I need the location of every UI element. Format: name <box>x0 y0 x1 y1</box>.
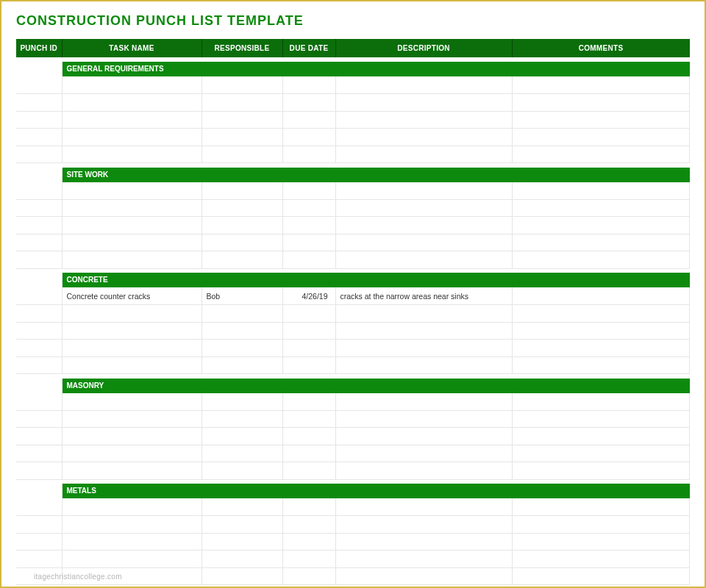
cell-task-name[interactable] <box>62 410 202 428</box>
table-row[interactable] <box>16 533 690 551</box>
table-row[interactable] <box>16 217 690 234</box>
cell-task-name[interactable] <box>62 217 202 234</box>
table-row[interactable] <box>16 462 690 480</box>
table-row[interactable] <box>16 129 690 146</box>
cell-responsible[interactable] <box>202 356 282 374</box>
cell-comments[interactable] <box>512 182 690 200</box>
cell-task-name[interactable] <box>62 129 202 146</box>
cell-comments[interactable] <box>512 234 690 251</box>
cell-punch-id[interactable] <box>16 287 62 305</box>
cell-comments[interactable] <box>512 567 690 585</box>
table-row[interactable] <box>16 251 690 269</box>
cell-description[interactable] <box>335 305 512 323</box>
cell-comments[interactable] <box>512 94 690 112</box>
cell-comments[interactable] <box>512 217 690 234</box>
cell-comments[interactable] <box>512 428 690 445</box>
cell-task-name[interactable] <box>62 498 202 516</box>
table-row[interactable] <box>16 199 690 217</box>
table-row[interactable] <box>16 146 690 163</box>
cell-due-date[interactable] <box>282 356 335 374</box>
cell-responsible[interactable] <box>202 199 282 217</box>
cell-comments[interactable] <box>512 340 690 357</box>
cell-comments[interactable] <box>512 322 690 340</box>
cell-task-name[interactable] <box>62 516 202 534</box>
cell-task-name[interactable] <box>62 146 202 163</box>
cell-comments[interactable] <box>512 199 690 217</box>
cell-description[interactable] <box>335 251 512 269</box>
cell-description[interactable] <box>335 356 512 374</box>
cell-responsible[interactable] <box>202 516 282 534</box>
cell-due-date[interactable] <box>282 199 335 217</box>
cell-comments[interactable] <box>512 129 690 146</box>
cell-due-date[interactable] <box>282 551 335 568</box>
cell-due-date[interactable] <box>282 340 335 357</box>
cell-description[interactable] <box>335 111 512 129</box>
cell-task-name[interactable] <box>62 551 202 568</box>
cell-punch-id[interactable] <box>16 199 62 217</box>
cell-due-date[interactable] <box>282 217 335 234</box>
cell-punch-id[interactable] <box>16 94 62 112</box>
cell-task-name[interactable] <box>62 462 202 480</box>
cell-task-name[interactable] <box>62 445 202 462</box>
cell-description[interactable] <box>335 551 512 568</box>
cell-due-date[interactable] <box>282 182 335 200</box>
table-row[interactable] <box>16 445 690 462</box>
cell-task-name[interactable] <box>62 340 202 357</box>
cell-due-date[interactable] <box>282 234 335 251</box>
cell-punch-id[interactable] <box>16 146 62 163</box>
cell-comments[interactable] <box>512 533 690 551</box>
cell-description[interactable] <box>335 498 512 516</box>
cell-punch-id[interactable] <box>16 462 62 480</box>
cell-task-name[interactable] <box>62 356 202 374</box>
cell-responsible[interactable] <box>202 251 282 269</box>
cell-punch-id[interactable] <box>16 217 62 234</box>
cell-punch-id[interactable] <box>16 533 62 551</box>
table-row[interactable] <box>16 340 690 357</box>
cell-punch-id[interactable] <box>16 129 62 146</box>
cell-description[interactable] <box>335 533 512 551</box>
cell-due-date[interactable] <box>282 410 335 428</box>
cell-description[interactable] <box>335 234 512 251</box>
cell-task-name[interactable] <box>62 322 202 340</box>
cell-due-date[interactable] <box>282 516 335 534</box>
cell-responsible[interactable]: Bob <box>202 287 282 305</box>
cell-responsible[interactable] <box>202 445 282 462</box>
cell-punch-id[interactable] <box>16 516 62 534</box>
cell-punch-id[interactable] <box>16 393 62 411</box>
cell-description[interactable] <box>335 516 512 534</box>
cell-responsible[interactable] <box>202 462 282 480</box>
cell-comments[interactable] <box>512 251 690 269</box>
table-row[interactable] <box>16 322 690 340</box>
cell-description[interactable] <box>335 462 512 480</box>
cell-responsible[interactable] <box>202 498 282 516</box>
cell-due-date[interactable] <box>282 498 335 516</box>
cell-comments[interactable] <box>512 111 690 129</box>
table-row[interactable] <box>16 182 690 200</box>
cell-comments[interactable] <box>512 305 690 323</box>
cell-punch-id[interactable] <box>16 251 62 269</box>
cell-punch-id[interactable] <box>16 356 62 374</box>
table-row[interactable] <box>16 94 690 112</box>
table-row[interactable] <box>16 76 690 94</box>
cell-description[interactable] <box>335 182 512 200</box>
cell-due-date[interactable] <box>282 251 335 269</box>
cell-task-name[interactable]: Concrete counter cracks <box>62 287 202 305</box>
cell-responsible[interactable] <box>202 533 282 551</box>
table-row[interactable]: Concrete counter cracksBob4/26/19cracks … <box>16 287 690 305</box>
table-row[interactable] <box>16 551 690 568</box>
cell-task-name[interactable] <box>62 199 202 217</box>
cell-punch-id[interactable] <box>16 498 62 516</box>
table-row[interactable] <box>16 234 690 251</box>
cell-due-date[interactable] <box>282 322 335 340</box>
table-row[interactable] <box>16 498 690 516</box>
cell-due-date[interactable] <box>282 428 335 445</box>
cell-responsible[interactable] <box>202 182 282 200</box>
cell-punch-id[interactable] <box>16 182 62 200</box>
cell-task-name[interactable] <box>62 305 202 323</box>
cell-responsible[interactable] <box>202 146 282 163</box>
cell-description[interactable] <box>335 428 512 445</box>
cell-punch-id[interactable] <box>16 551 62 568</box>
cell-due-date[interactable] <box>282 462 335 480</box>
cell-due-date[interactable] <box>282 305 335 323</box>
cell-task-name[interactable] <box>62 76 202 94</box>
